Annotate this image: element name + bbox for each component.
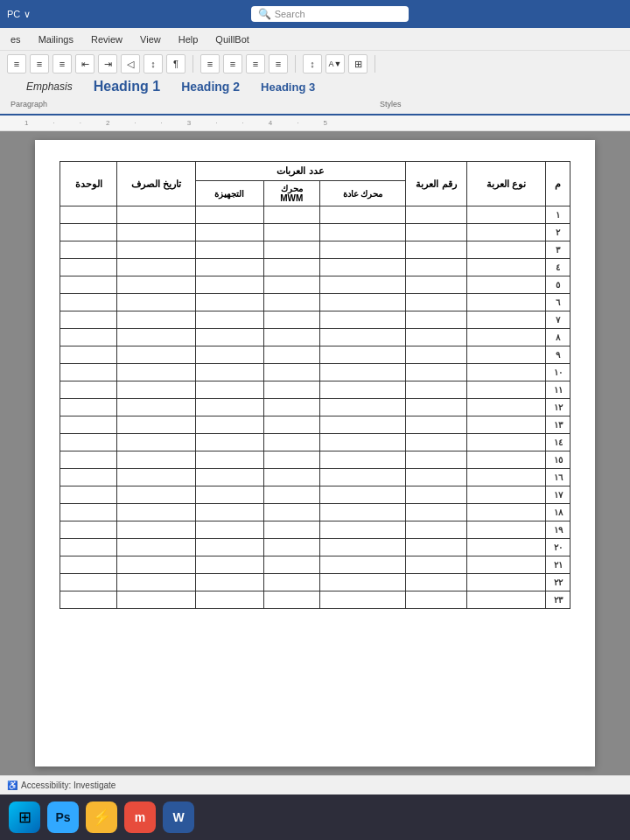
menu-es[interactable]: es xyxy=(7,32,24,46)
cell-equip xyxy=(196,522,264,539)
table-row: ٧ xyxy=(60,312,570,329)
cell-car-num xyxy=(406,242,467,259)
cell-date xyxy=(117,539,196,556)
cell-unit xyxy=(60,242,117,259)
cell-date xyxy=(117,224,196,242)
style-heading3[interactable]: Heading 3 xyxy=(256,79,320,95)
sort-btn[interactable]: ↕ xyxy=(144,54,163,74)
cell-unit xyxy=(60,574,117,592)
cell-normal xyxy=(319,346,405,364)
cell-normal xyxy=(319,416,405,434)
cell-normal xyxy=(319,294,405,312)
list-bullet-btn[interactable]: ≡ xyxy=(7,54,26,74)
menu-quillbot[interactable]: QuillBot xyxy=(212,32,253,46)
cell-car-type xyxy=(467,382,546,399)
menu-help[interactable]: Help xyxy=(175,32,202,46)
table-row: ٢ xyxy=(60,224,570,242)
cell-unit xyxy=(60,364,117,382)
cell-unit xyxy=(60,556,117,574)
cell-mwm xyxy=(263,312,319,329)
align-justify-btn[interactable]: ≡ xyxy=(269,54,288,74)
cell-car-type xyxy=(467,346,546,364)
align-left-btn[interactable]: ≡ xyxy=(246,54,265,74)
menu-bar: es Mailings Review View Help QuillBot xyxy=(0,28,630,51)
taskbar-word-icon[interactable]: W xyxy=(163,802,194,833)
cell-date xyxy=(117,364,196,382)
align-center-btn[interactable]: ≡ xyxy=(223,54,242,74)
cell-equip xyxy=(196,276,264,294)
shading-btn[interactable]: A▼ xyxy=(326,54,345,74)
cell-unit xyxy=(60,329,117,346)
cell-car-type xyxy=(467,522,546,539)
taskbar-bolt-icon[interactable]: ⚡ xyxy=(86,802,117,833)
cell-mwm xyxy=(263,469,319,486)
search-icon: 🔍 xyxy=(258,8,271,20)
accessibility-status[interactable]: ♿ Accessibility: Investigate xyxy=(7,780,116,790)
taskbar-opera-icon[interactable]: m xyxy=(124,802,156,833)
menu-review[interactable]: Review xyxy=(88,32,126,46)
style-heading2[interactable]: Heading 2 xyxy=(176,78,245,95)
cell-row-num: ٤ xyxy=(546,259,570,276)
cell-row-num: ٢٢ xyxy=(546,574,570,592)
cell-row-num: ١ xyxy=(546,206,570,224)
borders-btn[interactable]: ⊞ xyxy=(348,54,368,74)
cell-normal xyxy=(319,556,405,574)
cell-car-num xyxy=(406,294,467,312)
status-bar: ♿ Accessibility: Investigate xyxy=(0,775,630,794)
table-row: ١٢ xyxy=(60,399,570,416)
cell-unit xyxy=(60,434,117,452)
style-emphasis[interactable]: Emphasis xyxy=(21,79,78,94)
cell-car-num xyxy=(406,399,467,416)
styles-section: Emphasis Heading 1 Heading 2 Heading 3 xyxy=(21,77,320,96)
menu-mailings[interactable]: Mailings xyxy=(35,32,77,46)
col-header-type: نوع العربة xyxy=(467,162,546,206)
cell-mwm xyxy=(263,399,319,416)
cell-mwm xyxy=(263,592,319,609)
cell-unit xyxy=(60,276,117,294)
menu-view[interactable]: View xyxy=(136,32,164,46)
ribbon-row1: ≡ ≡ ≡ ⇤ ⇥ ◁ ↕ ¶ ≡ ≡ ≡ ≡ ↕ A▼ ⊞ Emphasis … xyxy=(7,54,623,96)
cell-normal xyxy=(319,539,405,556)
pc-label: PC xyxy=(7,9,20,19)
cell-equip xyxy=(196,539,264,556)
cell-normal xyxy=(319,312,405,329)
decrease-indent-btn[interactable]: ⇤ xyxy=(75,54,94,74)
cell-normal xyxy=(319,259,405,276)
table-row: ٩ xyxy=(60,346,570,364)
cell-unit xyxy=(60,224,117,242)
cell-car-type xyxy=(467,312,546,329)
cell-row-num: ٧ xyxy=(546,312,570,329)
taskbar-photoshop-icon[interactable]: Ps xyxy=(47,802,79,833)
cell-normal xyxy=(319,399,405,416)
list-numbered-btn[interactable]: ≡ xyxy=(30,54,49,74)
cell-equip xyxy=(196,346,264,364)
cell-car-num xyxy=(406,346,467,364)
table-row: ٤ xyxy=(60,259,570,276)
list-multi-btn[interactable]: ≡ xyxy=(52,54,72,74)
style-heading1[interactable]: Heading 1 xyxy=(88,77,165,96)
cell-normal xyxy=(319,469,405,486)
cell-car-num xyxy=(406,312,467,329)
cell-car-num xyxy=(406,556,467,574)
document-area[interactable]: م نوع العربة رقم العربة عدد العربات تاري… xyxy=(0,131,630,775)
increase-indent-btn[interactable]: ⇥ xyxy=(98,54,117,74)
document-page: م نوع العربة رقم العربة عدد العربات تاري… xyxy=(35,140,595,766)
cell-car-type xyxy=(467,416,546,434)
cell-mwm xyxy=(263,294,319,312)
cell-car-num xyxy=(406,434,467,452)
ribbon: ≡ ≡ ≡ ⇤ ⇥ ◁ ↕ ¶ ≡ ≡ ≡ ≡ ↕ A▼ ⊞ Emphasis … xyxy=(0,51,630,116)
line-spacing-btn[interactable]: ↕ xyxy=(303,54,322,74)
rtl-btn[interactable]: ◁ xyxy=(121,54,140,74)
cell-car-type xyxy=(467,452,546,469)
cell-mwm xyxy=(263,522,319,539)
title-bar-search[interactable]: 🔍 Search xyxy=(251,6,409,22)
col-header-unit: الوحدة xyxy=(60,162,117,206)
cell-row-num: ٩ xyxy=(546,346,570,364)
taskbar-windows-icon[interactable]: ⊞ xyxy=(9,802,40,833)
cell-car-num xyxy=(406,504,467,522)
align-right-btn[interactable]: ≡ xyxy=(200,54,220,74)
cell-row-num: ٥ xyxy=(546,276,570,294)
para-marks-btn[interactable]: ¶ xyxy=(166,54,186,74)
cell-mwm xyxy=(263,574,319,592)
cell-equip xyxy=(196,504,264,522)
